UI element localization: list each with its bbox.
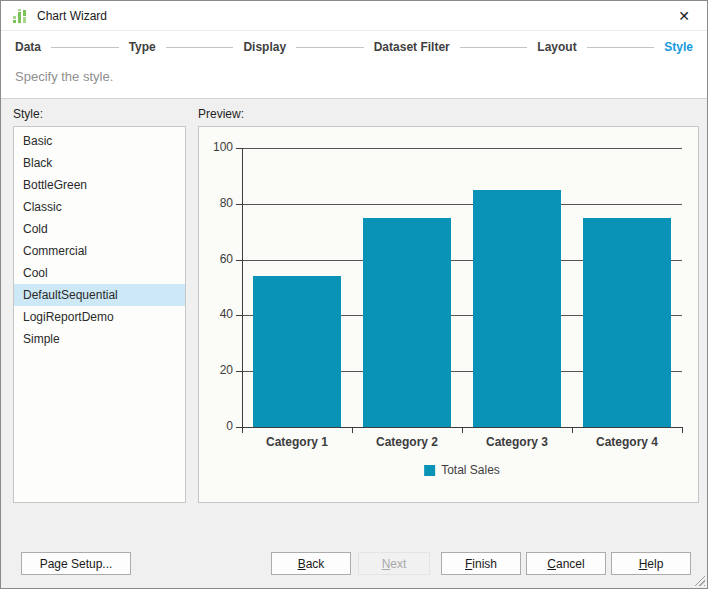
x-axis-tick (682, 428, 683, 433)
close-icon[interactable]: ✕ (669, 2, 699, 30)
y-axis-tick-label: 100 (205, 140, 233, 154)
titlebar[interactable]: Chart Wizard ✕ (1, 1, 707, 31)
y-axis (242, 148, 243, 427)
x-axis-tick (462, 428, 463, 433)
step-style[interactable]: Style (664, 40, 693, 54)
dialog-header: Chart Wizard ✕ DataTypeDisplayDataset Fi… (1, 1, 707, 99)
preview-label: Preview: (198, 107, 244, 121)
step-connector (296, 47, 364, 48)
chart-legend: Total Sales (424, 463, 500, 477)
style-option-classic[interactable]: Classic (14, 196, 185, 218)
style-option-basic[interactable]: Basic (14, 130, 185, 152)
bar-category-3 (473, 190, 561, 427)
wizard-steps: DataTypeDisplayDataset FilterLayoutStyle (1, 32, 707, 62)
resize-grip[interactable] (692, 573, 705, 586)
bar-category-2 (363, 218, 451, 427)
step-display[interactable]: Display (243, 40, 286, 54)
gridline (242, 204, 682, 205)
step-data[interactable]: Data (15, 40, 41, 54)
y-axis-tick-label: 20 (205, 363, 233, 377)
style-option-black[interactable]: Black (14, 152, 185, 174)
style-option-logireportdemo[interactable]: LogiReportDemo (14, 306, 185, 328)
x-axis-tick (242, 428, 243, 433)
style-list: BasicBlackBottleGreenClassicColdCommerci… (13, 126, 186, 503)
step-connector (166, 47, 234, 48)
x-axis-tick (352, 428, 353, 433)
step-connector (51, 47, 119, 48)
y-axis-tick-label: 0 (205, 419, 233, 433)
style-option-commercial[interactable]: Commercial (14, 240, 185, 262)
style-option-cool[interactable]: Cool (14, 262, 185, 284)
y-axis-tick-label: 80 (205, 196, 233, 210)
step-connector (460, 47, 528, 48)
finish-button[interactable]: Finish (441, 552, 521, 575)
style-list-label: Style: (13, 107, 43, 121)
category-label: Category 2 (376, 435, 438, 449)
bar-chart-preview: 020406080100Category 1Category 2Category… (199, 127, 698, 502)
chart-wizard-icon (12, 8, 28, 24)
bar-category-4 (583, 218, 671, 427)
preview-panel: 020406080100Category 1Category 2Category… (198, 126, 699, 503)
step-type[interactable]: Type (129, 40, 156, 54)
category-label: Category 1 (266, 435, 328, 449)
next-button: Next (358, 552, 430, 575)
y-axis-tick-label: 40 (205, 307, 233, 321)
category-label: Category 4 (596, 435, 658, 449)
style-option-cold[interactable]: Cold (14, 218, 185, 240)
step-layout[interactable]: Layout (537, 40, 576, 54)
window-title: Chart Wizard (37, 9, 107, 23)
x-axis-tick (572, 428, 573, 433)
wizard-subtitle: Specify the style. (15, 69, 113, 84)
chart-wizard-dialog: Chart Wizard ✕ DataTypeDisplayDataset Fi… (0, 0, 708, 589)
cancel-button[interactable]: Cancel (526, 552, 606, 575)
gridline (242, 148, 682, 149)
step-dataset-filter[interactable]: Dataset Filter (374, 40, 450, 54)
legend-label: Total Sales (441, 463, 500, 477)
style-option-bottlegreen[interactable]: BottleGreen (14, 174, 185, 196)
y-axis-tick-label: 60 (205, 252, 233, 266)
back-button[interactable]: Back (271, 552, 351, 575)
style-option-defaultsequential[interactable]: DefaultSequential (14, 284, 185, 306)
help-button[interactable]: Help (611, 552, 691, 575)
legend-swatch (424, 465, 435, 476)
category-label: Category 3 (486, 435, 548, 449)
page-setup-button[interactable]: Page Setup... (21, 552, 131, 575)
step-connector (587, 47, 655, 48)
bar-category-1 (253, 276, 341, 427)
style-option-simple[interactable]: Simple (14, 328, 185, 350)
